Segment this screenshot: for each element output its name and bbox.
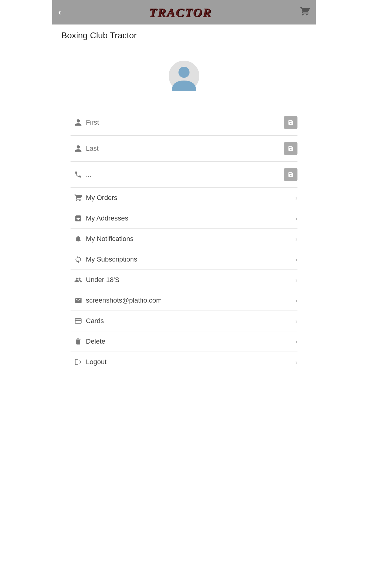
page-title: Boxing Club Tractor bbox=[61, 31, 137, 40]
cards-row[interactable]: Cards › bbox=[71, 311, 297, 331]
avatar-section bbox=[52, 45, 316, 110]
trash-icon bbox=[71, 337, 86, 345]
bell-icon bbox=[71, 235, 86, 243]
logout-row[interactable]: Logout › bbox=[71, 352, 297, 372]
my-subscriptions-label: My Subscriptions bbox=[86, 255, 295, 263]
chevron-right-icon: › bbox=[295, 318, 297, 325]
save-first-name-button[interactable] bbox=[284, 116, 297, 129]
my-addresses-row[interactable]: My Addresses › bbox=[71, 208, 297, 229]
my-subscriptions-row[interactable]: My Subscriptions › bbox=[71, 249, 297, 270]
last-name-input[interactable] bbox=[86, 145, 284, 153]
logout-label: Logout bbox=[86, 358, 295, 366]
logo: TRACTOR bbox=[149, 5, 212, 20]
my-orders-label: My Orders bbox=[86, 194, 295, 202]
under-18s-label: Under 18'S bbox=[86, 276, 295, 284]
save-phone-button[interactable] bbox=[284, 168, 297, 181]
chevron-right-icon: › bbox=[295, 256, 297, 263]
refresh-icon bbox=[71, 255, 86, 263]
svg-point-1 bbox=[178, 67, 190, 78]
card-icon bbox=[71, 317, 86, 325]
avatar[interactable] bbox=[169, 61, 199, 91]
under-18s-row[interactable]: Under 18'S › bbox=[71, 270, 297, 290]
chevron-right-icon: › bbox=[295, 359, 297, 366]
my-notifications-label: My Notifications bbox=[86, 235, 295, 243]
box-icon bbox=[71, 214, 86, 222]
last-name-row bbox=[71, 136, 297, 162]
my-notifications-row[interactable]: My Notifications › bbox=[71, 229, 297, 249]
phone-row bbox=[71, 162, 297, 188]
person-last-icon bbox=[71, 145, 86, 153]
email-label: screenshots@platfio.com bbox=[86, 296, 295, 304]
chevron-right-icon: › bbox=[295, 338, 297, 345]
shopping-cart-icon bbox=[71, 194, 86, 202]
phone-icon bbox=[71, 171, 86, 179]
email-row[interactable]: screenshots@platfio.com › bbox=[71, 290, 297, 311]
cards-label: Cards bbox=[86, 317, 295, 325]
chevron-right-icon: › bbox=[295, 215, 297, 222]
back-button[interactable]: ‹ bbox=[58, 7, 61, 17]
header: ‹ TRACTOR bbox=[52, 0, 316, 24]
logout-icon bbox=[71, 358, 86, 366]
chevron-right-icon: › bbox=[295, 236, 297, 243]
chevron-right-icon: › bbox=[295, 194, 297, 202]
first-name-row bbox=[71, 110, 297, 136]
first-name-input[interactable] bbox=[86, 119, 284, 126]
email-icon bbox=[71, 296, 86, 304]
delete-label: Delete bbox=[86, 337, 295, 345]
sub-header: Boxing Club Tractor bbox=[52, 24, 316, 45]
person-icon bbox=[71, 119, 86, 126]
family-icon bbox=[71, 276, 86, 284]
my-orders-row[interactable]: My Orders › bbox=[71, 188, 297, 208]
chevron-right-icon: › bbox=[295, 297, 297, 304]
list-section: My Orders › My Addresses › My Notificati… bbox=[52, 110, 316, 372]
cart-icon[interactable] bbox=[300, 6, 310, 18]
chevron-right-icon: › bbox=[295, 277, 297, 284]
delete-row[interactable]: Delete › bbox=[71, 331, 297, 352]
my-addresses-label: My Addresses bbox=[86, 214, 295, 222]
phone-input[interactable] bbox=[86, 171, 284, 179]
save-last-name-button[interactable] bbox=[284, 142, 297, 155]
